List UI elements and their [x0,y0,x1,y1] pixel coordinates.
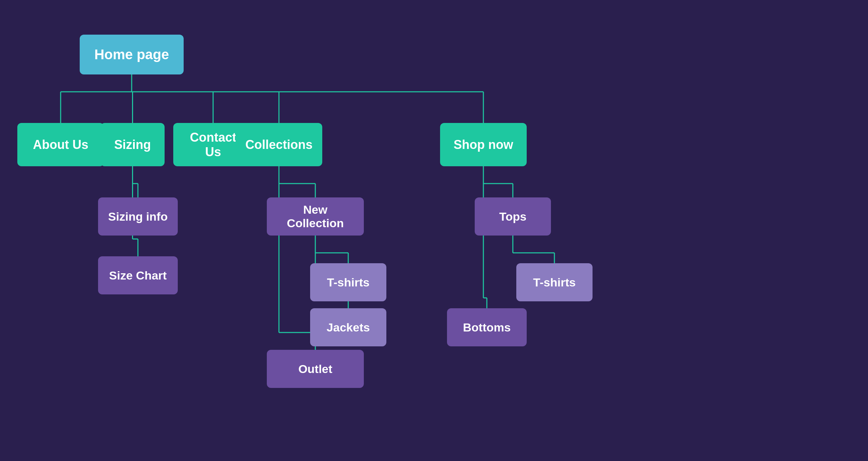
outlet-node[interactable]: Outlet [267,350,364,388]
bottoms-node[interactable]: Bottoms [447,308,527,346]
tshirts-shop-node[interactable]: T-shirts [516,263,593,301]
new-collection-node[interactable]: New Collection [267,197,364,236]
shop-now-node[interactable]: Shop now [440,123,527,166]
home-page-node[interactable]: Home page [80,35,184,74]
tshirts-collections-node[interactable]: T-shirts [310,263,386,301]
tops-node[interactable]: Tops [475,197,551,236]
collections-node[interactable]: Collections [236,123,322,166]
sizing-node[interactable]: Sizing [100,123,165,166]
sitemap-diagram: Home page About Us Sizing Contact Us Col… [0,0,868,461]
jackets-node[interactable]: Jackets [310,308,386,346]
size-chart-node[interactable]: Size Chart [98,256,178,294]
about-us-node[interactable]: About Us [17,123,104,166]
sizing-info-node[interactable]: Sizing info [98,197,178,236]
